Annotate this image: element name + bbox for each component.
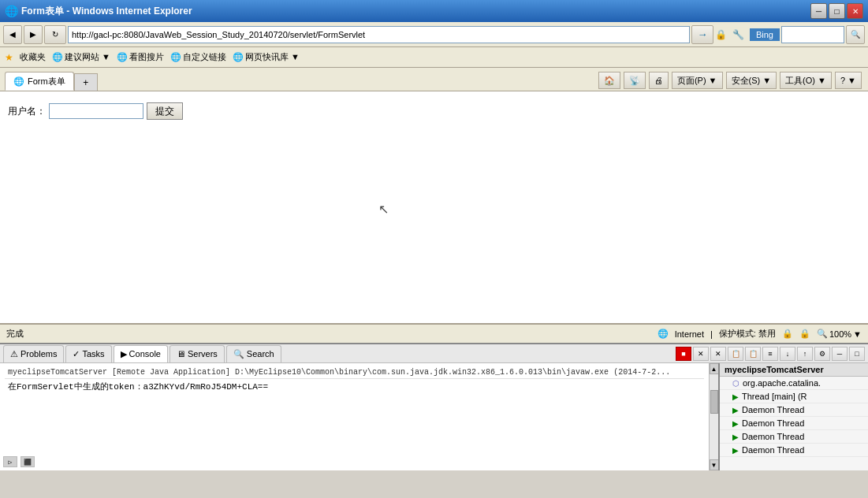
thread-item-daemon-2[interactable]: ▶ Daemon Thread [720,417,868,430]
refresh-button[interactable]: ↻ [44,25,66,44]
ide-panel: ⚠ Problems ✓ Tasks ▶ Console 🖥 Servers 🔍… [0,343,868,470]
submit-button[interactable]: 提交 [147,102,183,120]
console-btn-2[interactable]: ⬛ [20,456,35,467]
tab-area: 🌐 Form表单 + [0,72,98,91]
zoom-level: 100% [829,329,851,339]
form-row: 用户名： 提交 [8,102,860,120]
fav-icon-4: 🌐 [233,52,244,62]
thread-label-daemon-3: Daemon Thread [742,432,804,441]
toolbar-area: 🏠 📡 🖨 页面(P) ▼ 安全(S) ▼ 工具(O) ▼ ? ▼ [598,72,868,91]
go-button[interactable]: → [691,25,713,44]
forward-button[interactable]: ▶ [24,25,43,44]
page-button[interactable]: 页面(P) ▼ [672,72,723,89]
globe-icon: 🌐 [658,329,669,339]
console-bottom-bar: ▷ ⬛ [3,456,35,467]
scroll-thumb[interactable] [710,390,718,414]
scroll-up[interactable]: ▲ [710,363,719,374]
thread-item-daemon-1[interactable]: ▶ Daemon Thread [720,403,868,417]
protection-label: 保护模式: 禁用 [719,328,776,340]
search-icon: 🔍 [233,349,244,359]
ide-maximize[interactable]: □ [849,347,865,361]
tools-button[interactable]: 工具(O) ▼ [780,72,832,89]
fav-item-1[interactable]: 🌐 建议网站 ▼ [52,51,110,63]
ide-btn-3[interactable]: ✕ [710,347,726,361]
ide-btn-5[interactable]: 📋 [745,347,761,361]
fav-icon-3: 🌐 [170,52,181,62]
console-token-line: 在FormServlet中生成的token：a3ZhKYvd/RmRoJ54DM… [5,379,704,394]
ide-content: myeclipseTomcatServer [Remote Java Appli… [0,363,868,470]
thread-label-catalina: org.apache.catalina. [743,378,821,388]
ide-tab-console[interactable]: ▶ Console [114,345,168,362]
ide-tabs: ⚠ Problems ✓ Tasks ▶ Console 🖥 Servers 🔍… [0,344,868,363]
servers-icon: 🖥 [177,349,185,359]
thread-label-daemon-1: Daemon Thread [742,405,804,414]
maximize-button[interactable]: □ [829,3,845,19]
status-right: 🌐 Internet | 保护模式: 禁用 🔒 🔒 🔍 100% ▼ [658,328,862,340]
status-text: 完成 [6,328,651,340]
ide-btn-9[interactable]: ⚙ [814,347,830,361]
feed-button[interactable]: 📡 [624,72,646,89]
back-button[interactable]: ◀ [3,25,22,44]
ide-btn-7[interactable]: ↓ [780,347,795,361]
fav-item-2[interactable]: 🌐 看图搜片 [117,51,164,63]
favorites-star-icon: ★ [5,52,13,63]
window-title: Form表单 - Windows Internet Explorer [21,5,810,18]
console-scrollbar[interactable]: ▲ ▼ [709,363,718,470]
ide-btn-2[interactable]: ✕ [693,347,709,361]
window-controls: ─ □ ✕ [810,3,863,19]
print-button[interactable]: 🖨 [649,72,669,89]
thread-icon-daemon-1: ▶ [732,406,739,414]
thread-item-main[interactable]: ▶ Thread [main] (R [720,390,868,403]
thread-item-daemon-3[interactable]: ▶ Daemon Thread [720,430,868,444]
ide-btn-6[interactable]: ≡ [762,347,778,361]
username-input[interactable] [49,103,143,119]
minimize-button[interactable]: ─ [810,3,827,19]
zoom-control[interactable]: 🔍 100% ▼ [817,329,862,339]
safety-button[interactable]: 安全(S) ▼ [726,72,777,89]
scroll-down[interactable]: ▼ [710,459,719,470]
thread-label-daemon-4: Daemon Thread [742,445,804,455]
separator: | [710,329,713,339]
console-main: myeclipseTomcatServer [Remote Java Appli… [0,363,709,470]
bing-label: Bing [756,30,773,39]
new-tab-button[interactable]: + [74,73,98,91]
close-button[interactable]: ✕ [847,3,863,19]
fav-item-3[interactable]: 🌐 自定义链接 [170,51,226,63]
ide-btn-8[interactable]: ↑ [797,347,813,361]
ide-right-panel: myeclipseTomcatServer ⬡ org.apache.catal… [718,363,868,470]
ide-tab-servers[interactable]: 🖥 Servers [170,345,225,362]
username-label: 用户名： [8,105,46,118]
bing-search-input[interactable] [781,26,844,43]
help-button[interactable]: ? ▼ [835,72,862,89]
console-icon: ▶ [121,349,127,359]
thread-item-catalina[interactable]: ⬡ org.apache.catalina. [720,377,868,390]
favorites-label[interactable]: 收藏夹 [20,51,46,63]
fav-item-4[interactable]: 🌐 网页快讯库 ▼ [233,51,300,63]
ide-minimize[interactable]: ─ [832,347,848,361]
security-icon: 🔒 [715,29,731,40]
ie-icon: 🌐 [5,5,18,17]
title-bar: 🌐 Form表单 - Windows Internet Explorer ─ □… [0,0,868,22]
ide-tab-tasks[interactable]: ✓ Tasks [65,345,111,362]
console-btn-1[interactable]: ▷ [3,456,17,467]
cursor-indicator: ↖ [378,202,389,217]
ide-stop-button[interactable]: ■ [676,347,691,361]
thread-item-daemon-4[interactable]: ▶ Daemon Thread [720,444,868,457]
zoom-dropdown-icon: ▼ [853,329,862,339]
home-button[interactable]: 🏠 [598,72,620,89]
address-input[interactable] [68,26,690,43]
tab-label: Form表单 [28,76,65,87]
thread-icon-daemon-4: ▶ [732,446,739,455]
address-bar: ◀ ▶ ↻ → 🔒 🔧 Bing 🔍 [0,22,868,47]
right-panel-header: myeclipseTomcatServer [720,363,868,377]
ide-tab-search[interactable]: 🔍 Search [226,345,281,362]
status-icon-2: 🔒 [799,329,810,339]
ide-tab-problems[interactable]: ⚠ Problems [3,345,64,362]
problems-icon: ⚠ [10,349,18,359]
tasks-icon: ✓ [73,349,80,359]
tab-toolbar-row: 🌐 Form表单 + 🏠 📡 🖨 页面(P) ▼ 安全(S) ▼ 工具(O) ▼… [0,68,868,91]
bing-section: Bing [750,28,780,41]
bing-search-button[interactable]: 🔍 [846,25,865,44]
ide-btn-4[interactable]: 📋 [728,347,743,361]
form-tab[interactable]: 🌐 Form表单 [5,72,74,91]
